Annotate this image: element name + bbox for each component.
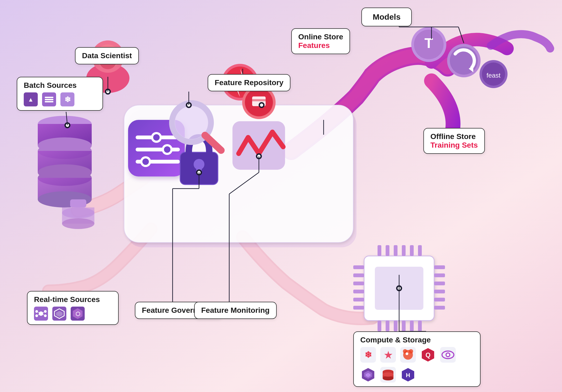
snowflake-icon: ❄ [60,92,74,106]
svg-point-89 [259,102,265,108]
svg-point-50 [450,47,478,75]
data-scientist-text: Data Scientist [82,51,132,60]
svg-point-126 [39,311,43,316]
svg-point-82 [66,124,69,127]
redis-icon: ⬡ [71,307,85,321]
svg-rect-69 [378,245,381,256]
svg-point-130 [44,314,47,317]
layers-icon [42,92,56,106]
svg-point-47 [414,30,444,59]
svg-point-10 [164,146,170,153]
realtime-sources-label: Real-time Sources [27,291,119,325]
realtime-sources-title: Real-time Sources [34,295,100,304]
svg-text:❄: ❄ [64,95,71,104]
svg-point-84 [106,90,109,93]
svg-rect-14 [180,152,218,185]
feature-monitoring-label: Feature Monitoring [194,302,277,319]
svg-text:T: T [424,35,433,51]
svg-text:H: H [406,372,410,379]
svg-rect-77 [394,321,397,331]
svg-point-28 [38,170,92,186]
svg-marker-51 [469,65,473,72]
svg-rect-73 [410,245,414,256]
offline-store-subtitle: Training Sets [430,141,478,150]
svg-rect-2 [124,105,353,242]
svg-rect-56 [375,267,423,310]
svg-point-46 [411,27,446,62]
svg-point-7 [153,134,160,141]
svg-point-162 [383,376,393,380]
svg-rect-4 [128,120,185,176]
svg-point-24 [38,137,92,154]
svg-text:★: ★ [384,350,393,360]
svg-rect-44 [252,96,266,106]
svg-point-92 [397,287,401,290]
svg-point-94 [197,171,201,174]
svg-text:⬡: ⬡ [76,311,80,317]
svg-point-25 [38,143,92,159]
dask-icon: ★ [380,347,396,363]
realtime-sources-icons: ⬡ [34,307,112,321]
svg-point-90 [260,103,263,107]
pytorch-icon [400,347,416,363]
feast-compute-icon [360,367,376,383]
offline-store-title: Offline Store [430,132,476,141]
svg-point-22 [38,116,92,132]
svg-rect-33 [62,207,94,224]
svg-rect-55 [364,256,434,321]
feature-repository-label: Feature Repository [208,74,290,91]
svg-line-107 [229,172,259,194]
batch-sources-label: Batch Sources ▲ ❄ [17,77,103,111]
svg-rect-63 [434,265,445,269]
svg-rect-45 [252,99,266,101]
svg-point-12 [140,156,151,167]
models-text: Models [373,12,400,21]
svg-rect-15 [180,152,218,185]
spark-icon: ❄ [360,347,376,363]
svg-rect-79 [410,321,414,331]
kafka-icon [34,307,48,321]
svg-point-149 [406,352,408,355]
evidently-icon [440,347,456,363]
svg-rect-1 [127,110,357,247]
svg-text:feast: feast [486,72,501,79]
svg-rect-64 [434,273,445,277]
svg-rect-21 [232,121,285,170]
kinesis-icon [52,307,66,321]
svg-point-93 [196,169,202,175]
aws-icon: ▲ [24,92,38,106]
svg-rect-122 [45,101,53,102]
svg-point-83 [105,89,111,95]
online-store-title: Online Store [298,33,343,41]
svg-rect-60 [353,290,364,293]
svg-rect-3 [124,105,353,242]
compute-storage-title: Compute & Storage [360,336,431,344]
svg-rect-61 [353,298,364,301]
qdrant-icon: Q [420,347,436,363]
feature-monitoring-text: Feature Monitoring [201,306,270,314]
svg-point-163 [383,372,393,377]
svg-rect-57 [353,265,364,269]
svg-point-30 [38,191,92,207]
svg-point-43 [245,88,273,116]
compute-storage-row1: ❄ ★ Q [360,347,474,383]
svg-point-53 [482,63,505,86]
svg-rect-78 [402,321,406,331]
svg-rect-58 [353,273,364,277]
svg-point-16 [194,159,204,170]
compute-storage-label: Compute & Storage ❄ ★ [353,331,481,387]
svg-rect-31 [70,199,86,207]
svg-point-32 [62,207,94,218]
batch-sources-icons: ▲ ❄ [24,92,96,106]
svg-point-96 [257,155,261,158]
svg-rect-67 [434,298,445,301]
svg-rect-23 [38,124,92,145]
svg-point-129 [35,314,38,317]
online-store-subtitle: Features [298,41,343,50]
models-label: Models [361,8,412,26]
svg-text:Q: Q [426,351,431,359]
svg-rect-74 [418,245,422,256]
svg-point-18 [172,103,211,142]
svg-point-49 [447,44,481,77]
svg-point-91 [396,285,402,291]
